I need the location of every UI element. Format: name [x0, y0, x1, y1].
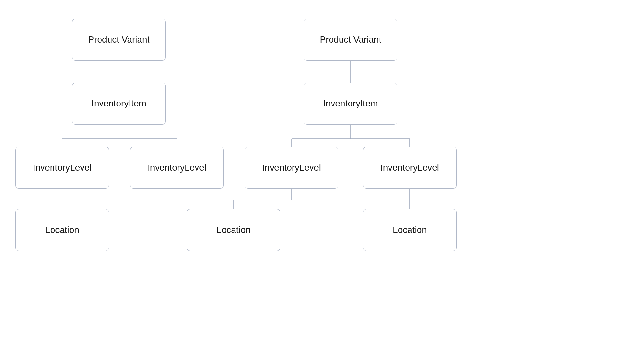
- inventory-level-rr-label: InventoryLevel: [380, 163, 439, 173]
- inventory-level-ll-node: InventoryLevel: [15, 147, 109, 189]
- location-rr-label: Location: [393, 225, 427, 235]
- inventory-item-right-label: InventoryItem: [323, 98, 378, 109]
- location-rr-node: Location: [363, 209, 457, 251]
- diagram-container: Product Variant InventoryItem InventoryL…: [0, 0, 644, 360]
- inventory-level-rl-label: InventoryLevel: [262, 163, 321, 173]
- inventory-item-left-node: InventoryItem: [72, 83, 166, 125]
- location-mid-label: Location: [216, 225, 251, 235]
- location-ll-node: Location: [15, 209, 109, 251]
- inventory-level-lr-label: InventoryLevel: [148, 163, 206, 173]
- inventory-level-ll-label: InventoryLevel: [33, 163, 91, 173]
- inventory-item-left-label: InventoryItem: [91, 98, 146, 109]
- product-variant-left-node: Product Variant: [72, 19, 166, 61]
- location-mid-node: Location: [187, 209, 280, 251]
- inventory-level-lr-node: InventoryLevel: [130, 147, 224, 189]
- inventory-level-rr-node: InventoryLevel: [363, 147, 457, 189]
- product-variant-left-label: Product Variant: [88, 35, 150, 45]
- inventory-item-right-node: InventoryItem: [304, 83, 397, 125]
- inventory-level-rl-node: InventoryLevel: [245, 147, 338, 189]
- product-variant-right-node: Product Variant: [304, 19, 397, 61]
- product-variant-right-label: Product Variant: [320, 35, 381, 45]
- location-ll-label: Location: [45, 225, 79, 235]
